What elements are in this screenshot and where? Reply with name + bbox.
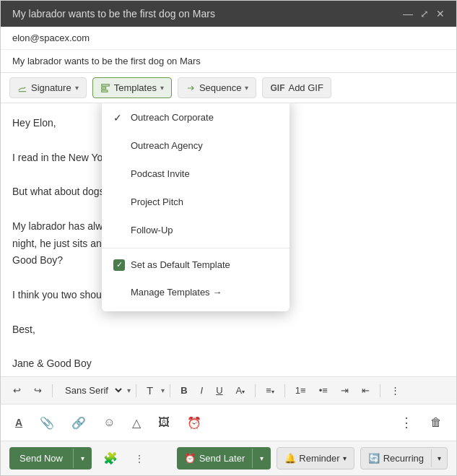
- schedule-button[interactable]: ⏰: [181, 412, 207, 434]
- email-window: My labrador wants to be the first dog on…: [0, 0, 457, 476]
- format-toolbar: ↩ ↪ Sans Serif ▾ T ▾ B I U A▾ ≡▾ 1≡ •≡ ⇥…: [1, 376, 456, 404]
- add-gif-button[interactable]: GIF Add GIF: [262, 77, 331, 98]
- recurring-caret[interactable]: ▾: [431, 449, 447, 467]
- template-follow-up[interactable]: Follow-Up: [102, 217, 290, 245]
- separator-4: [255, 384, 256, 397]
- emoji-button[interactable]: ☺: [97, 412, 121, 433]
- separator-6: [380, 384, 380, 397]
- sequence-button[interactable]: Sequence ▾: [178, 77, 257, 98]
- svg-rect-1: [101, 87, 105, 88]
- send-now-label: Send Now: [9, 447, 73, 469]
- template-podcast-invite[interactable]: Podcast Invite: [102, 160, 290, 189]
- italic-button[interactable]: I: [196, 382, 209, 399]
- send-bar: Send Now ▾ 🧩 ⋮ ⏰ Send Later ▾ 🔔 Reminder…: [1, 441, 456, 475]
- send-now-button[interactable]: Send Now ▾: [9, 447, 92, 469]
- maximize-button[interactable]: ⤢: [420, 8, 429, 20]
- separator-5: [284, 384, 285, 397]
- signature-icon: [17, 83, 27, 93]
- signature-caret: ▾: [75, 84, 79, 92]
- redo-button[interactable]: ↪: [29, 382, 47, 399]
- extensions-button[interactable]: 🧩: [97, 447, 123, 469]
- send-later-caret[interactable]: ▾: [252, 449, 271, 468]
- ordered-list-button[interactable]: 1≡: [290, 382, 311, 399]
- email-body[interactable]: Hey Elon, I read in the New Yo... o want…: [1, 103, 456, 376]
- undo-button[interactable]: ↩: [8, 382, 26, 399]
- recurring-icon: 🔄: [368, 453, 380, 464]
- insert-link-button[interactable]: 🔗: [66, 412, 92, 434]
- recurring-button[interactable]: 🔄 Recurring ▾: [360, 447, 448, 469]
- text-color-button[interactable]: A▾: [231, 382, 251, 399]
- indent-button[interactable]: ⇥: [336, 382, 354, 399]
- action-bar: A 📎 🔗 ☺ △ 🖼 ⏰ ⋮ 🗑: [1, 404, 456, 441]
- check-icon: ✓: [113, 110, 125, 126]
- more-format-button[interactable]: ⋮: [386, 382, 405, 399]
- attach-file-button[interactable]: 📎: [34, 412, 60, 434]
- recurring-content: 🔄 Recurring: [361, 448, 431, 469]
- window-title: My labrador wants to be the first dog on…: [12, 8, 215, 20]
- send-now-caret[interactable]: ▾: [73, 449, 92, 468]
- gif-label: GIF: [270, 83, 284, 93]
- drive-button[interactable]: △: [126, 412, 147, 434]
- bold-button[interactable]: B: [175, 382, 192, 399]
- subject-field[interactable]: My labrador wants to be the first dog on…: [1, 50, 456, 72]
- image-button[interactable]: 🖼: [152, 412, 175, 433]
- separator-3: [170, 384, 170, 397]
- svg-rect-2: [101, 90, 107, 91]
- template-outreach-agency[interactable]: Outreach Agency: [102, 132, 290, 160]
- sequence-caret: ▾: [245, 84, 248, 92]
- manage-templates-item[interactable]: Manage Templates →: [102, 279, 290, 307]
- checkbox-check: ✓: [116, 259, 123, 272]
- template-project-pitch[interactable]: Project Pitch: [102, 189, 290, 217]
- compose-toolbar: Signature ▾ Templates ▾ Sequence ▾ GIF A…: [1, 73, 456, 103]
- templates-button[interactable]: Templates ▾: [92, 77, 172, 98]
- svg-rect-0: [101, 84, 109, 85]
- templates-dropdown: ✓ Outreach Corporate Outreach Agency Pod…: [102, 103, 290, 311]
- separator-1: [52, 384, 53, 397]
- set-default-template-item[interactable]: ✓ Set as Default Template: [102, 251, 290, 280]
- default-checkbox[interactable]: ✓: [113, 259, 125, 271]
- email-header: elon@spacex.com My labrador wants to be …: [1, 27, 456, 73]
- more-send-options-button[interactable]: ⋮: [129, 449, 149, 468]
- minimize-button[interactable]: —: [403, 8, 413, 20]
- delete-button[interactable]: 🗑: [425, 412, 448, 433]
- font-selector[interactable]: Sans Serif: [58, 381, 124, 399]
- underline-button[interactable]: U: [211, 382, 227, 399]
- more-actions-button[interactable]: ⋮: [394, 410, 419, 435]
- separator-2: [136, 384, 136, 397]
- sequence-icon: [186, 83, 196, 93]
- format-text-button[interactable]: A: [9, 412, 28, 433]
- window-controls: — ⤢ ✕: [403, 8, 445, 20]
- reminder-button[interactable]: 🔔 Reminder ▾: [277, 447, 354, 469]
- send-later-button[interactable]: ⏰ Send Later ▾: [177, 447, 271, 469]
- templates-icon: [100, 83, 110, 93]
- send-later-content: ⏰ Send Later: [177, 447, 253, 469]
- font-caret: ▾: [127, 386, 131, 394]
- outdent-button[interactable]: ⇤: [357, 382, 375, 399]
- font-size-button[interactable]: T: [142, 381, 158, 399]
- to-field[interactable]: elon@spacex.com: [1, 27, 456, 50]
- align-button[interactable]: ≡▾: [261, 382, 279, 399]
- templates-caret: ▾: [160, 84, 164, 92]
- template-outreach-corporate[interactable]: ✓ Outreach Corporate: [102, 103, 290, 132]
- bell-icon: 🔔: [284, 453, 296, 464]
- signature-button[interactable]: Signature ▾: [9, 77, 87, 98]
- dropdown-divider: [102, 248, 290, 248]
- close-button[interactable]: ✕: [436, 8, 445, 20]
- reminder-caret: ▾: [343, 454, 347, 462]
- size-caret: ▾: [161, 386, 165, 394]
- clock-icon: ⏰: [184, 453, 196, 464]
- unordered-list-button[interactable]: •≡: [314, 382, 333, 399]
- title-bar: My labrador wants to be the first dog on…: [1, 1, 456, 27]
